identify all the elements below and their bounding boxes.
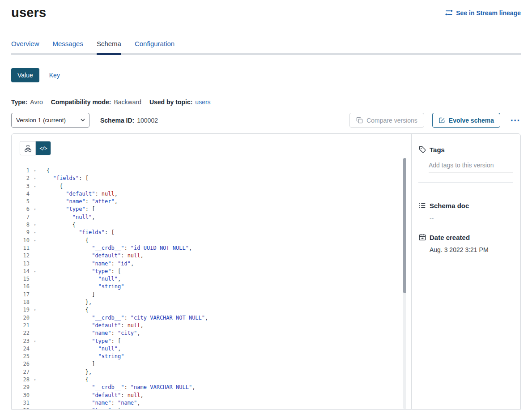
line-number: 8 bbox=[20, 221, 30, 229]
code-line: 32▾ "type": [ bbox=[20, 407, 411, 410]
fold-caret-icon[interactable]: ▾ bbox=[33, 407, 37, 410]
line-number: 13 bbox=[20, 260, 30, 268]
caret-spacer bbox=[33, 392, 37, 399]
code-text: "type": [ bbox=[47, 407, 121, 410]
line-number: 10 bbox=[20, 237, 30, 244]
schema-id-label: Schema ID: bbox=[100, 117, 134, 124]
schema-meta-row: Type: Avro Compatibility mode: Backward … bbox=[11, 98, 521, 106]
schema-code-pane: </> 1▾{2▾ "fields": [3▾ {4 "default": nu… bbox=[12, 134, 411, 409]
value-toggle-button[interactable]: Value bbox=[11, 68, 39, 82]
caret-spacer bbox=[33, 368, 37, 376]
line-number: 2 bbox=[20, 175, 30, 182]
caret-spacer bbox=[33, 314, 37, 322]
code-text: ] bbox=[47, 360, 95, 368]
code-line: 13 "name": "id", bbox=[20, 260, 411, 268]
code-text: "name": "name", bbox=[47, 399, 140, 407]
schema-id-value: 100002 bbox=[137, 117, 158, 124]
code-text: { bbox=[47, 167, 50, 175]
key-toggle-button[interactable]: Key bbox=[49, 72, 60, 79]
line-number: 17 bbox=[20, 291, 30, 299]
stream-lineage-link[interactable]: See in Stream lineage bbox=[445, 9, 521, 17]
code-line: 19▾ { bbox=[20, 306, 411, 314]
tab-overview[interactable]: Overview bbox=[11, 40, 39, 53]
line-number: 4 bbox=[20, 190, 30, 198]
fold-caret-icon[interactable]: ▾ bbox=[33, 229, 37, 236]
code-view-toggle: </> bbox=[20, 141, 51, 155]
tree-view-icon bbox=[25, 145, 31, 152]
code-line: 17 ] bbox=[20, 291, 411, 299]
code-text: "type": [ bbox=[47, 205, 95, 213]
tab-messages[interactable]: Messages bbox=[53, 40, 83, 53]
fold-caret-icon[interactable]: ▾ bbox=[33, 175, 37, 182]
calendar-icon bbox=[418, 233, 426, 241]
code-line: 25 "string" bbox=[20, 353, 411, 360]
tag-input[interactable] bbox=[429, 161, 513, 172]
caret-spacer bbox=[33, 345, 37, 353]
code-text: "null", bbox=[47, 345, 121, 353]
schema-doc-heading: Schema doc bbox=[418, 201, 513, 209]
code-text: "default": null, bbox=[47, 190, 118, 198]
tab-configuration[interactable]: Configuration bbox=[135, 40, 174, 53]
line-number: 28 bbox=[20, 376, 30, 384]
code-text: "type": [ bbox=[47, 268, 121, 275]
code-line: 1▾{ bbox=[20, 167, 411, 175]
fold-caret-icon[interactable]: ▾ bbox=[33, 237, 37, 244]
code-scrollbar[interactable] bbox=[403, 158, 406, 409]
caret-spacer bbox=[33, 299, 37, 306]
code-text: "string" bbox=[47, 353, 124, 360]
fold-caret-icon[interactable]: ▾ bbox=[33, 306, 37, 314]
caret-spacer bbox=[33, 275, 37, 283]
code-text: "default": null, bbox=[47, 322, 144, 329]
code-line: 2▾ "fields": [ bbox=[20, 175, 411, 182]
caret-spacer bbox=[33, 291, 37, 299]
meta-topic: Used by topic: users bbox=[149, 98, 211, 106]
code-line: 21 "default": null, bbox=[20, 322, 411, 329]
code-text: "null", bbox=[47, 214, 95, 221]
stream-lineage-icon bbox=[445, 9, 453, 17]
code-lines: 1▾{2▾ "fields": [3▾ {4 "default": null,5… bbox=[20, 167, 411, 410]
fold-caret-icon[interactable]: ▾ bbox=[33, 205, 37, 213]
edit-schema-icon bbox=[438, 117, 445, 124]
line-number: 21 bbox=[20, 322, 30, 329]
code-view-button[interactable]: </> bbox=[35, 141, 51, 155]
more-options-button[interactable]: ⋯ bbox=[509, 115, 521, 125]
evolve-schema-label: Evolve schema bbox=[449, 117, 494, 124]
scrollbar-thumb[interactable] bbox=[403, 158, 406, 293]
topic-label: Used by topic: bbox=[149, 98, 192, 106]
compare-versions-label: Compare versions bbox=[366, 117, 417, 124]
page-title: users bbox=[11, 5, 46, 20]
line-number: 31 bbox=[20, 399, 30, 407]
line-number: 29 bbox=[20, 384, 30, 391]
schema-sidebar: Tags Schema doc -- bbox=[411, 134, 520, 409]
tree-view-button[interactable] bbox=[20, 141, 35, 155]
caret-spacer bbox=[33, 244, 37, 252]
version-select[interactable]: Version 1 (current) bbox=[11, 113, 89, 128]
caret-spacer bbox=[33, 190, 37, 198]
type-label: Type: bbox=[11, 98, 27, 106]
fold-caret-icon[interactable]: ▾ bbox=[33, 376, 37, 384]
code-text: }, bbox=[47, 368, 92, 376]
code-text: "default": null, bbox=[47, 392, 144, 399]
topic-link[interactable]: users bbox=[195, 98, 210, 106]
code-line: 7 "null", bbox=[20, 214, 411, 221]
line-number: 18 bbox=[20, 299, 30, 306]
fold-caret-icon[interactable]: ▾ bbox=[33, 221, 37, 229]
date-created-value: Aug. 3 2022 3:21 PM bbox=[430, 246, 513, 253]
tab-schema[interactable]: Schema bbox=[97, 40, 121, 53]
fold-caret-icon[interactable]: ▾ bbox=[33, 167, 37, 175]
code-line: 3▾ { bbox=[20, 183, 411, 190]
caret-spacer bbox=[33, 360, 37, 368]
code-text: "name": "id", bbox=[47, 260, 134, 268]
fold-caret-icon[interactable]: ▾ bbox=[33, 268, 37, 275]
code-line: 18 }, bbox=[20, 299, 411, 306]
code-view-icon: </> bbox=[40, 145, 47, 151]
stream-lineage-label: See in Stream lineage bbox=[456, 9, 521, 17]
code-line: 14▾ "type": [ bbox=[20, 268, 411, 275]
code-line: 6▾ "type": [ bbox=[20, 205, 411, 213]
evolve-schema-button[interactable]: Evolve schema bbox=[432, 113, 500, 128]
fold-caret-icon[interactable]: ▾ bbox=[33, 183, 37, 190]
compare-versions-button[interactable]: Compare versions bbox=[349, 113, 424, 128]
line-number: 15 bbox=[20, 275, 30, 283]
line-number: 26 bbox=[20, 360, 30, 368]
fold-caret-icon[interactable]: ▾ bbox=[33, 337, 37, 345]
